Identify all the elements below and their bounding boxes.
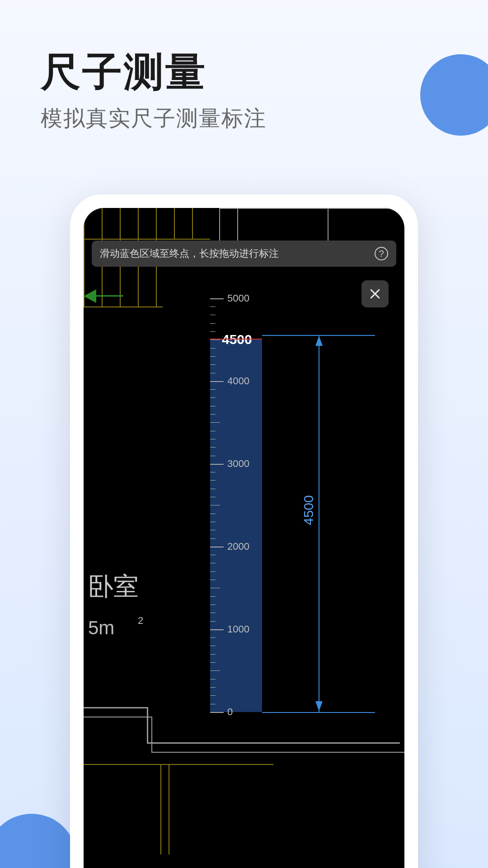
close-icon — [368, 287, 382, 301]
close-button[interactable] — [361, 280, 389, 307]
decorative-circle — [0, 814, 77, 868]
ruler-tick-label: 3000 — [227, 458, 249, 470]
ruler[interactable]: 5000 4000 3000 2000 1000 0 — [210, 276, 242, 719]
help-icon[interactable]: ? — [375, 247, 388, 260]
decorative-circle — [420, 54, 488, 136]
ruler-cursor-line[interactable] — [210, 339, 262, 340]
ruler-tick-label: 1000 — [227, 623, 249, 635]
cad-area-label: 5m — [88, 617, 114, 639]
cad-area-exp: 2 — [138, 615, 143, 627]
cad-room-label: 卧室 — [88, 570, 139, 604]
dimension-value: 4500 — [301, 495, 316, 525]
app-screen: 滑动蓝色区域至终点，长按拖动进行标注 ? 5000 4000 3000 2000… — [84, 208, 404, 868]
page-title: 尺子测量 — [41, 45, 207, 99]
dimension-extent-bottom — [262, 712, 375, 713]
ruler-tick-label: 4000 — [227, 375, 249, 387]
ruler-tick-label: 2000 — [227, 541, 249, 552]
dimension-line — [319, 335, 319, 712]
ruler-tick-label: 5000 — [227, 292, 249, 304]
instruction-text: 滑动蓝色区域至终点，长按拖动进行标注 — [100, 247, 279, 260]
dimension-arrow-down — [315, 701, 323, 711]
dimension-arrow-up — [315, 336, 323, 346]
ruler-tick-label: 0 — [227, 706, 233, 718]
instruction-bar: 滑动蓝色区域至终点，长按拖动进行标注 ? — [92, 241, 396, 267]
ruler-cursor-value[interactable]: 4500 — [222, 332, 252, 347]
phone-frame: 滑动蓝色区域至终点，长按拖动进行标注 ? 5000 4000 3000 2000… — [70, 194, 418, 868]
page-subtitle: 模拟真实尺子测量标注 — [41, 104, 267, 133]
